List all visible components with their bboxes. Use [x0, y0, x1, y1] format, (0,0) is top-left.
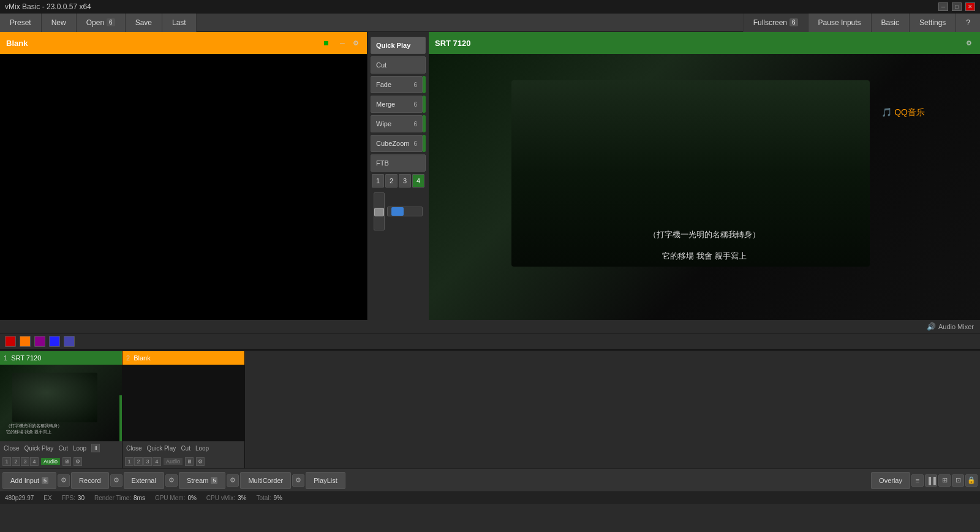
input-1-monitor-icon[interactable]: 🖥: [62, 457, 71, 466]
trans-num-4[interactable]: 4: [412, 174, 424, 188]
minimize-panel-icon[interactable]: ─: [337, 38, 347, 48]
audio-icon: 🔊: [927, 322, 936, 331]
input-1-vumeter: [119, 395, 122, 441]
add-input-button[interactable]: Add Input 5: [2, 472, 56, 489]
external-button[interactable]: External: [124, 472, 164, 489]
swatch-indigo[interactable]: [64, 336, 75, 347]
input-2-close[interactable]: Close: [125, 445, 143, 452]
multicorder-button[interactable]: MultiCorder: [240, 472, 291, 489]
fade-slider-vertical[interactable]: [374, 192, 385, 230]
swatch-orange[interactable]: [20, 336, 31, 347]
open-menu[interactable]: Open 6: [77, 13, 126, 32]
cpu-item: CPU vMix: 3%: [206, 495, 247, 501]
swatch-red[interactable]: [5, 336, 16, 347]
cubezoom-row: CubeZoom 6: [371, 135, 426, 152]
grid-view-icon[interactable]: ⊞: [938, 474, 951, 487]
close-button[interactable]: ✕: [965, 2, 975, 11]
fps-item: FPS: 30: [62, 495, 85, 501]
maximize-button[interactable]: □: [952, 2, 962, 11]
lock-icon[interactable]: 🔒: [965, 474, 978, 487]
input-1-n3[interactable]: 3: [21, 457, 29, 466]
fade-slider-thumb-v[interactable]: [374, 208, 384, 216]
trans-num-3[interactable]: 3: [399, 174, 411, 188]
save-menu[interactable]: Save: [126, 13, 162, 32]
video-subtitle-1: （打字機一光明的名稱我轉身）: [649, 229, 760, 240]
list-view-icon[interactable]: ≡: [911, 474, 924, 487]
wipe-button[interactable]: Wipe 6: [371, 115, 423, 132]
input-1-n4[interactable]: 4: [30, 457, 39, 466]
fade-button[interactable]: Fade 6: [371, 76, 423, 93]
add-input-settings-icon[interactable]: ⚙: [58, 474, 70, 487]
input-1-video: （打字機光明的名稱我轉身）它的移場 我會 親手寫上: [0, 365, 122, 441]
input-2-cut[interactable]: Cut: [179, 445, 192, 452]
bar-view-icon[interactable]: ▐▐: [925, 474, 937, 487]
minimize-button[interactable]: ─: [938, 2, 948, 11]
input-1-cut[interactable]: Cut: [57, 445, 69, 452]
input-1-close[interactable]: Close: [2, 445, 21, 452]
input-2-num: 2: [126, 354, 130, 362]
quick-play-button[interactable]: Quick Play: [371, 37, 426, 54]
help-button[interactable]: ?: [956, 13, 980, 32]
settings-panel-icon[interactable]: ⚙: [351, 38, 361, 48]
input-2-bottom-controls: 1 2 3 4 Audio 🖥 ⚙: [123, 455, 244, 468]
main-area: Blank ─ ⚙ Quick Play Cut Fade 6: [0, 32, 980, 320]
menubar: Preset New Open 6 Save Last Fullscreen 6…: [0, 13, 980, 32]
output-video: 🎵 QQ音乐 （打字機一光明的名稱我轉身） 它的移場 我會 親手寫上: [429, 54, 980, 320]
input-2-n4[interactable]: 4: [153, 457, 161, 466]
input-2-n1[interactable]: 1: [125, 457, 134, 466]
input-1-loop[interactable]: Loop: [72, 445, 88, 452]
input-1-audio-btn[interactable]: Audio: [41, 458, 60, 465]
swatch-blue[interactable]: [49, 336, 60, 347]
output-settings-icon[interactable]: ⚙: [964, 38, 974, 48]
status-bar: 480p29.97 EX FPS: 30 Render Time: 8ms GP…: [0, 492, 980, 504]
record-button[interactable]: Record: [71, 472, 108, 489]
pause-inputs-button[interactable]: Pause Inputs: [808, 13, 871, 32]
basic-button[interactable]: Basic: [871, 13, 909, 32]
input-2-num-btns: 1 2 3 4: [125, 457, 161, 466]
input-1-controls: Close Quick Play Cut Loop ⏸: [0, 441, 122, 455]
playlist-button[interactable]: PlayList: [306, 472, 345, 489]
stream-settings-icon[interactable]: ⚙: [227, 474, 239, 487]
input-2-n2[interactable]: 2: [134, 457, 143, 466]
cut-button[interactable]: Cut: [371, 56, 426, 74]
input-1-preview: （打字機光明的名稱我轉身）它的移場 我會 親手寫上: [0, 365, 122, 441]
ftb-button[interactable]: FTB: [371, 154, 426, 172]
input-2-quickplay[interactable]: Quick Play: [146, 445, 178, 452]
stream-button[interactable]: Stream 5: [179, 472, 225, 489]
ex-label: EX: [43, 495, 51, 501]
input-2-controls: Close Quick Play Cut Loop: [123, 441, 244, 455]
preset-menu[interactable]: Preset: [0, 13, 42, 32]
new-menu[interactable]: New: [42, 13, 77, 32]
color-swatches-row: [0, 333, 980, 350]
input-1-gear-icon[interactable]: ⚙: [74, 457, 82, 466]
external-settings-icon[interactable]: ⚙: [165, 474, 178, 487]
audio-mixer-label: Audio Mixer: [938, 323, 974, 330]
overlay-button[interactable]: Overlay: [871, 472, 910, 489]
trans-num-1[interactable]: 1: [372, 174, 384, 188]
fullscreen-button[interactable]: Fullscreen 6: [743, 13, 808, 32]
cubezoom-button[interactable]: CubeZoom 6: [371, 135, 423, 152]
menu-right: Fullscreen 6 Pause Inputs Basic Settings…: [743, 13, 980, 32]
input-2-gear-icon[interactable]: ⚙: [196, 457, 205, 466]
trans-num-2[interactable]: 2: [385, 174, 398, 188]
input-2-monitor-icon[interactable]: 🖥: [185, 457, 194, 466]
input-2-n3[interactable]: 3: [143, 457, 152, 466]
preview-video: [0, 54, 367, 320]
merge-button[interactable]: Merge 6: [371, 96, 423, 113]
settings-button[interactable]: Settings: [909, 13, 956, 32]
fade-slider-thumb-h[interactable]: [391, 207, 404, 216]
input-2-loop[interactable]: Loop: [194, 445, 210, 452]
output-panel: SRT 7120 ⚙ 🎵 QQ音乐 （打字機一光明的名稱我轉身） 它的移場 我會…: [429, 32, 980, 320]
input-1-pause-icon[interactable]: ⏸: [91, 444, 100, 452]
input-1-quickplay[interactable]: Quick Play: [23, 445, 55, 452]
swatch-purple[interactable]: [34, 336, 45, 347]
camera-view-icon[interactable]: ⊡: [952, 474, 964, 487]
last-menu[interactable]: Last: [162, 13, 197, 32]
input-2-audio-btn[interactable]: Audio: [164, 458, 183, 465]
fade-slider-horizontal[interactable]: [387, 207, 423, 216]
color-square-icon[interactable]: [324, 38, 334, 48]
multicorder-settings-icon[interactable]: ⚙: [292, 474, 304, 487]
input-1-n2[interactable]: 2: [12, 457, 20, 466]
record-settings-icon[interactable]: ⚙: [110, 474, 123, 487]
input-1-n1[interactable]: 1: [2, 457, 11, 466]
